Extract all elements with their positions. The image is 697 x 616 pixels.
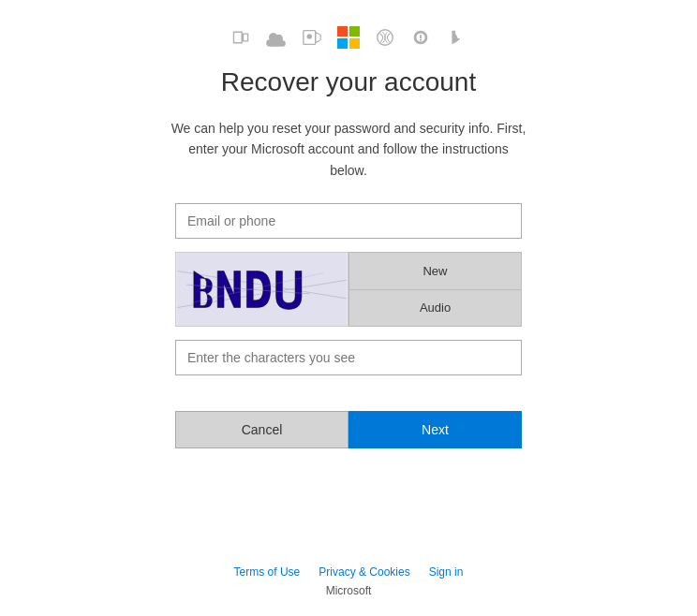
privacy-link[interactable]: Privacy & Cookies (319, 565, 409, 579)
email-input[interactable] (175, 203, 522, 239)
action-buttons: Cancel Next (175, 411, 522, 448)
captcha-audio-button[interactable]: Audio (348, 289, 522, 328)
top-icon-bar (230, 26, 467, 49)
xbox-icon (375, 27, 395, 48)
captcha-section: New Audio (175, 252, 522, 327)
signin-link[interactable]: Sign in (429, 565, 464, 579)
terms-link[interactable]: Terms of Use (234, 565, 301, 579)
footer-links: Terms of Use Privacy & Cookies Sign in (234, 565, 464, 579)
cancel-button[interactable]: Cancel (175, 411, 348, 448)
footer-brand: Microsoft (326, 584, 372, 597)
page-description: We can help you reset your password and … (171, 118, 526, 181)
captcha-image (175, 252, 348, 327)
main-container: Recover your account We can help you res… (86, 67, 611, 448)
bing-icon (446, 27, 467, 48)
page-title: Recover your account (221, 67, 476, 97)
captcha-new-button[interactable]: New (348, 252, 522, 289)
onedrive-icon (266, 27, 287, 48)
next-button[interactable]: Next (348, 411, 522, 448)
captcha-button-group: New Audio (348, 252, 522, 327)
footer: Terms of Use Privacy & Cookies Sign in M… (234, 537, 464, 616)
outlook-icon (302, 27, 322, 48)
skype-icon (410, 27, 431, 48)
office-icon (230, 27, 251, 48)
captcha-input[interactable] (175, 340, 522, 375)
microsoft-logo (337, 26, 360, 49)
